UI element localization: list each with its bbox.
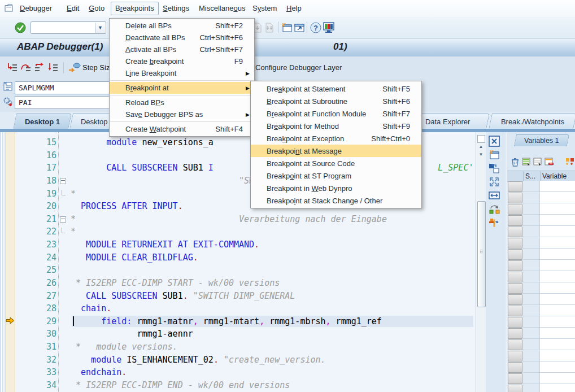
line-number[interactable]: 33 (33, 366, 56, 379)
row-selector-button[interactable] (508, 181, 522, 192)
export-icon[interactable] (533, 157, 543, 167)
code-line-24[interactable]: 24 MODULE CLEAR_BILDFLAG. (0, 251, 476, 264)
cell-s[interactable] (523, 373, 540, 384)
menubar-item-help[interactable]: Help (286, 3, 302, 14)
continue-icon[interactable] (47, 62, 59, 73)
row-selector-button[interactable] (508, 283, 522, 294)
row-selector-button[interactable] (508, 294, 522, 305)
menubar-item-goto[interactable]: Goto (89, 3, 104, 14)
menubar-item-edit[interactable]: Edit (67, 3, 79, 14)
code-line-23[interactable]: 23 MODULE RETURNEXIT AT EXIT-COMMAND. (0, 238, 476, 251)
menubar-item-debugger[interactable]: Debugger (20, 3, 52, 14)
line-number[interactable]: 29 (33, 315, 56, 328)
submenu-item-breakpoint-at-source-code[interactable]: Breakpoint at Source Code (251, 157, 421, 169)
code-line-26[interactable]: 26 * IS2ERP ECC-DIMP START - wk/00 versi… (0, 277, 476, 290)
cell-s[interactable] (523, 192, 540, 203)
command-field[interactable]: ▼ (31, 21, 106, 34)
editor-scrollbar[interactable]: ▲ ▼ (476, 132, 486, 392)
cell-variable[interactable] (540, 294, 575, 305)
line-number[interactable]: 23 (33, 238, 56, 251)
line-number[interactable]: 17 (33, 162, 56, 175)
submenu-item-breakpoint-at-function-module[interactable]: Breakpoint at Function ModuleShift+F7 (251, 107, 421, 120)
step-into-icon[interactable] (7, 62, 18, 73)
code-line-28[interactable]: 28 chain. (0, 302, 476, 315)
export-selected-icon[interactable] (521, 157, 532, 167)
cell-variable[interactable] (540, 249, 575, 260)
code-line-21[interactable]: 21* Verarbeitung nach der Eingabe (0, 213, 476, 226)
tab-desktop-1[interactable]: Desktop 1 (13, 114, 72, 129)
menubar-item-breakpoints[interactable]: Breakpoints (111, 2, 159, 15)
line-number[interactable]: 30 (33, 328, 56, 341)
row-selector-button[interactable] (508, 373, 522, 384)
new-session-icon[interactable] (281, 23, 293, 33)
shortcut-icon[interactable] (294, 23, 305, 33)
submenu-item-breakpoint-for-method[interactable]: Breakpoint for MethodShift+F9 (251, 120, 421, 132)
code-line-25[interactable]: 25 (0, 264, 476, 277)
row-selector-button[interactable] (508, 362, 522, 373)
line-number[interactable]: 19 (33, 188, 56, 201)
menu-item-create-watchpoint[interactable]: Create WatchpointShift+F4 (110, 123, 254, 135)
menubar-item-settings[interactable]: Settings (163, 3, 189, 14)
submenu-item-breakpoint-at-statement[interactable]: Breakpoint at StatementShift+F5 (251, 82, 421, 95)
cell-s[interactable] (523, 226, 540, 237)
line-number[interactable]: 20 (33, 200, 56, 213)
cell-variable[interactable] (540, 328, 575, 339)
menu-item-reload-bps[interactable]: Reload BPs (110, 97, 254, 108)
fit-width-icon[interactable] (489, 190, 501, 202)
columns-config-icon[interactable] (565, 157, 575, 167)
step-size-icon[interactable] (68, 63, 81, 73)
scrollbar-split-handle[interactable] (477, 135, 485, 143)
row-selector-button[interactable] (508, 385, 522, 392)
cell-s[interactable] (523, 215, 540, 226)
menubar-item-system[interactable]: System (252, 3, 277, 14)
row-selector-button[interactable] (508, 204, 522, 215)
cell-s[interactable] (523, 339, 540, 350)
cell-s[interactable] (523, 237, 540, 249)
row-selector-button[interactable] (508, 238, 522, 249)
delete-icon[interactable] (510, 157, 520, 167)
cell-variable[interactable] (540, 316, 575, 328)
line-number[interactable]: 18 (33, 175, 56, 188)
cell-variable[interactable] (540, 237, 575, 249)
cell-variable[interactable] (540, 305, 575, 316)
step-return-icon[interactable] (34, 62, 45, 73)
code-line-33[interactable]: 33 endchain. (0, 366, 476, 379)
menu-item-deactivate-all-bps[interactable]: Deactivate all BPsCtrl+Shift+F6 (110, 32, 254, 43)
row-selector-button[interactable] (508, 339, 522, 350)
code-line-29[interactable]: 29 field: rmmg1-matnr, rmmg1-mtart, rmmg… (0, 315, 476, 328)
line-number[interactable]: 28 (33, 302, 56, 315)
remove-entries-icon[interactable] (544, 157, 554, 167)
configure-debugger-layer-label[interactable]: Configure Debugger Layer (255, 63, 342, 72)
menu-item-breakpoint-at[interactable]: Breakpoint at▶ (110, 82, 254, 94)
line-number[interactable]: 16 (33, 149, 56, 162)
cell-variable[interactable] (540, 384, 575, 392)
swap-sessions-icon[interactable] (489, 203, 501, 216)
services-tool-icon[interactable] (489, 217, 501, 229)
submenu-item-breakpoint-at-exception[interactable]: Breakpoint at ExceptionShift+Ctrl+0 (251, 132, 421, 145)
scroll-up-icon[interactable]: ▲ (477, 143, 485, 150)
line-number[interactable]: 32 (33, 354, 56, 367)
tab-variables-1[interactable]: Variables 1 (514, 134, 569, 146)
cell-s[interactable] (523, 316, 540, 328)
submenu-item-breakpoint-in-web-dynpro[interactable]: Breakpoint in Web Dynpro (251, 182, 421, 194)
row-selector-button[interactable] (508, 227, 522, 237)
menu-item-save-debugger-bps-as[interactable]: Save Debugger BPS as▶ (110, 108, 254, 120)
step-over-icon[interactable] (20, 62, 32, 73)
cell-s[interactable] (523, 350, 540, 361)
code-line-30[interactable]: 30 rmmg1-aennr (0, 328, 476, 341)
close-icon[interactable] (489, 136, 501, 148)
menu-item-delete-all-bps[interactable]: Delete all BPsShift+F2 (110, 20, 254, 32)
submenu-item-breakpoint-at-subroutine[interactable]: Breakpoint at SubroutineShift+F6 (251, 95, 421, 107)
code-line-31[interactable]: 31 * module versions. (0, 341, 476, 354)
cell-variable[interactable] (540, 361, 575, 373)
line-number[interactable]: 26 (33, 277, 56, 290)
maximize-icon[interactable] (489, 176, 501, 189)
line-number[interactable]: 21 (33, 213, 56, 226)
cell-s[interactable] (523, 181, 540, 192)
line-number[interactable]: 24 (33, 251, 56, 264)
menu-item-create-breakpoint[interactable]: Create breakpointF9 (110, 55, 254, 67)
cell-variable[interactable] (540, 203, 575, 215)
fold-collapse-icon[interactable] (60, 178, 66, 184)
line-number[interactable]: 31 (33, 341, 56, 354)
line-number[interactable]: 34 (33, 379, 56, 392)
